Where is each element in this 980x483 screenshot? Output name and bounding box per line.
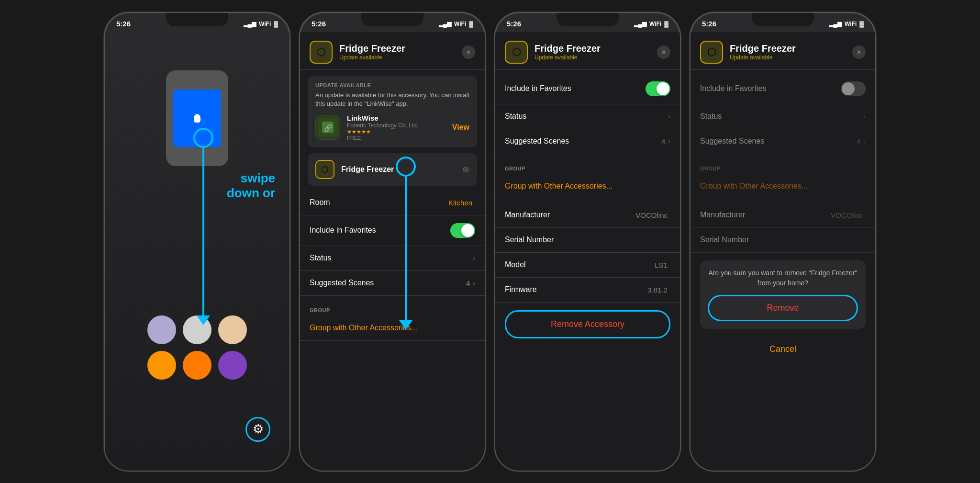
settings-list-3: Include in Favorites Status › Suggested … <box>495 74 680 154</box>
status-label-4: Status <box>700 112 863 121</box>
device-remove-btn[interactable]: ⊗ <box>462 164 469 175</box>
serial-label: Serial Number <box>505 236 670 244</box>
room-label: Room <box>310 198 448 207</box>
scenes-label-3: Suggested Scenes <box>505 137 661 146</box>
modal-subtitle-4: Update available <box>730 54 796 61</box>
modal-title-2: Fridge Freezer Update available <box>339 43 405 61</box>
cancel-button[interactable]: Cancel <box>700 337 866 362</box>
cyan-arrow <box>193 128 213 325</box>
scenes-value-4: 4 <box>857 137 860 146</box>
details-list-4: Manufacturer VOCOlinc Serial Number <box>690 203 875 253</box>
color-dot-4[interactable] <box>147 351 176 380</box>
status-label-2: Status <box>310 254 473 262</box>
close-button-2[interactable]: × <box>462 45 475 59</box>
manufacturer-row: Manufacturer VOCOlinc <box>495 203 680 228</box>
favorites-row-3[interactable]: Include in Favorites <box>495 74 680 104</box>
status-bar-4: 5:26 ▂▄▆ WiFi ▓ <box>690 13 875 32</box>
modal-subtitle-3: Update available <box>535 54 601 61</box>
close-button-3[interactable]: × <box>657 45 670 59</box>
manufacturer-value-4: VOCOlinc <box>831 211 863 219</box>
group-header-3: GROUP <box>495 158 680 174</box>
modal-header-4: ⬡ Fridge Freezer Update available × <box>690 32 875 70</box>
view-button[interactable]: View <box>452 123 469 132</box>
close-button-4[interactable]: × <box>852 45 866 59</box>
status-row-3[interactable]: Status › <box>495 104 680 129</box>
model-value: LS1 <box>655 261 668 269</box>
modal-header-2: ⬡ Fridge Freezer Update available × <box>300 32 485 70</box>
favorites-row-2[interactable]: Include in Favorites <box>300 215 485 246</box>
app-free: FREE <box>347 135 418 141</box>
app-name: LinkWise <box>347 114 418 122</box>
favorites-toggle-2[interactable] <box>450 223 475 238</box>
manufacturer-label-4: Manufacturer <box>700 211 831 219</box>
battery-icon-4: ▓ <box>859 21 864 27</box>
scenes-label-4: Suggested Scenes <box>700 137 857 146</box>
time-1: 5:26 <box>116 20 131 28</box>
manufacturer-row-4: Manufacturer VOCOlinc <box>690 203 875 228</box>
device-row-2: ⬡ Fridge Freezer ⊗ <box>308 153 477 186</box>
scenes-row-3[interactable]: Suggested Scenes 4 › <box>495 129 680 154</box>
cyan-arrow-2 <box>396 157 416 330</box>
accessory-icon-3: ⬡ <box>505 41 528 64</box>
remove-accessory-button[interactable]: Remove Accessory <box>505 310 670 338</box>
firmware-label: Firmware <box>505 285 647 294</box>
app-company: Foneric Technology Co.,Ltd. <box>347 122 418 129</box>
settings-list-4: Include in Favorites Status › Suggested … <box>690 74 875 154</box>
phone-1: 5:26 ▂▄▆ WiFi ▓ swipedown or <box>104 12 290 472</box>
group-link-4: Group with Other Accessories... <box>700 182 808 191</box>
group-row-4: Group with Other Accessories... <box>690 174 875 199</box>
update-desc: An update is available for this accessor… <box>315 91 469 108</box>
group-header-4: GROUP <box>690 158 875 174</box>
accessory-icon-2: ⬡ <box>310 41 333 64</box>
details-list-3: Manufacturer VOCOlinc Serial Number Mode… <box>495 203 680 303</box>
time-3: 5:26 <box>507 20 521 28</box>
room-row[interactable]: Room Kitchen <box>300 191 485 215</box>
modal-title-text-3: Fridge Freezer <box>535 43 601 54</box>
modal-screen-2: ⬡ Fridge Freezer Update available × UPDA… <box>300 32 485 472</box>
settings-list-2: Room Kitchen Include in Favorites Status… <box>300 191 485 296</box>
swipe-text: swipedown or <box>227 171 275 201</box>
accessory-icon-4: ⬡ <box>700 41 723 64</box>
modal-screen-4: ⬡ Fridge Freezer Update available × Incl… <box>690 32 875 472</box>
color-dot-6[interactable] <box>218 351 247 380</box>
group-header-2: GROUP <box>300 300 485 316</box>
group-row-3[interactable]: Group with Other Accessories... <box>495 174 680 199</box>
signal-icon-3: ▂▄▆ <box>634 21 647 27</box>
modal-title-text-2: Fridge Freezer <box>339 43 405 54</box>
confirm-box: Are you sure you want to remove "Fridge … <box>700 260 866 329</box>
modal-screen-3: ⬡ Fridge Freezer Update available × Incl… <box>495 32 680 472</box>
signal-icon-4: ▂▄▆ <box>829 21 842 27</box>
gear-button[interactable]: ⚙ <box>245 417 270 442</box>
status-row-2[interactable]: Status › <box>300 246 485 271</box>
serial-label-4: Serial Number <box>700 236 866 244</box>
firmware-row: Firmware 3.81.2 <box>495 278 680 303</box>
confirm-text: Are you sure you want to remove "Fridge … <box>708 268 858 288</box>
device-icon-2: ⬡ <box>315 160 334 179</box>
scenes-chevron-4: › <box>863 137 866 145</box>
status-bar-3: 5:26 ▂▄▆ WiFi ▓ <box>495 13 680 32</box>
battery-icon-2: ▓ <box>469 21 473 27</box>
status-icons-3: ▂▄▆ WiFi ▓ <box>634 21 668 27</box>
status-icons-4: ▂▄▆ WiFi ▓ <box>829 21 864 27</box>
modal-subtitle-2: Update available <box>339 54 405 61</box>
time-2: 5:26 <box>312 20 326 28</box>
group-row-2[interactable]: Group with Other Accessories... <box>300 316 485 341</box>
color-dot-3[interactable] <box>218 315 247 344</box>
status-chevron-2: › <box>473 254 475 262</box>
status-label-3: Status <box>505 112 668 121</box>
status-icons-1: ▂▄▆ WiFi ▓ <box>244 21 278 27</box>
group-link-3: Group with Other Accessories... <box>505 182 612 191</box>
remove-confirm-button[interactable]: Remove <box>708 295 858 321</box>
app-stars: ★★★★★ <box>347 129 418 135</box>
color-dot-5[interactable] <box>183 351 212 380</box>
favorites-label-3: Include in Favorites <box>505 84 646 93</box>
app-row: 🔗 LinkWise Foneric Technology Co.,Ltd. ★… <box>315 114 469 141</box>
wifi-icon-2: WiFi <box>454 21 466 27</box>
color-dot-1[interactable] <box>147 315 176 344</box>
update-title: UPDATE AVAILABLE <box>315 82 469 88</box>
scenes-row-2[interactable]: Suggested Scenes 4 › <box>300 271 485 296</box>
favorites-toggle-3[interactable] <box>646 81 670 96</box>
room-value: Kitchen <box>448 199 472 207</box>
manufacturer-label: Manufacturer <box>505 211 635 219</box>
device-name-2: Fridge Freezer <box>341 165 394 174</box>
